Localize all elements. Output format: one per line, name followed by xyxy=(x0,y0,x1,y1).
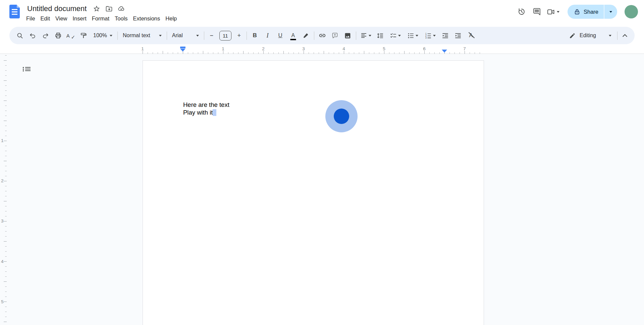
toolbar-divider xyxy=(204,31,204,40)
hide-menus-button[interactable] xyxy=(619,29,631,42)
ruler-label: 3 xyxy=(302,46,305,51)
toolbar-divider xyxy=(314,31,314,40)
toolbar-divider xyxy=(247,31,247,40)
right-indent-marker[interactable] xyxy=(442,49,447,53)
meet-call-control[interactable] xyxy=(547,8,559,16)
font-size-input[interactable]: 11 xyxy=(219,31,231,41)
menu-view[interactable]: View xyxy=(53,15,70,22)
share-options-button[interactable] xyxy=(604,5,617,19)
toolbar-divider xyxy=(117,31,118,40)
google-docs-logo-icon[interactable] xyxy=(9,5,20,18)
italic-button[interactable]: I xyxy=(261,29,274,42)
zoom-select[interactable]: 100% xyxy=(90,29,116,42)
right-indent-triangle xyxy=(442,50,447,53)
paragraph-styles-select[interactable]: Normal text xyxy=(119,29,165,42)
clear-formatting-button[interactable]: A xyxy=(465,29,477,42)
document-title[interactable]: Untitled document xyxy=(26,4,88,13)
move-folder-icon[interactable] xyxy=(105,5,113,12)
undo-button[interactable] xyxy=(26,29,39,42)
highlight-color-button[interactable] xyxy=(300,29,312,42)
search-menus-button[interactable] xyxy=(13,29,26,42)
version-history-icon[interactable] xyxy=(514,4,529,19)
vertical-ruler[interactable]: 1 2 3 4 5 xyxy=(0,54,7,325)
line-spacing-button[interactable] xyxy=(374,29,387,42)
spellcheck-letter: A xyxy=(66,33,70,39)
menu-bar: File Edit View Insert Format Tools Exten… xyxy=(23,14,179,23)
decrease-indent-button[interactable] xyxy=(439,29,452,42)
text-line-2[interactable]: Play with it xyxy=(183,109,213,116)
decrease-font-size-button[interactable]: − xyxy=(206,29,217,42)
menu-extensions[interactable]: Extensions xyxy=(130,15,163,22)
menu-insert[interactable]: Insert xyxy=(70,15,89,22)
share-main[interactable]: Share xyxy=(568,5,604,19)
redo-button[interactable] xyxy=(39,29,52,42)
share-label: Share xyxy=(584,9,598,15)
header-actions: Share xyxy=(514,4,638,19)
svg-text:3: 3 xyxy=(425,37,427,39)
clear-format-letter: A xyxy=(469,32,473,39)
menu-help[interactable]: Help xyxy=(163,15,179,22)
menu-file[interactable]: File xyxy=(23,15,38,22)
increase-font-size-button[interactable]: + xyxy=(233,29,245,42)
print-button[interactable] xyxy=(52,29,64,42)
ruler-label: 5 xyxy=(1,299,4,304)
left-indent-marker[interactable] xyxy=(180,47,185,52)
ruler-label: 4 xyxy=(342,46,345,51)
comments-icon[interactable] xyxy=(529,4,545,19)
chevron-down-icon xyxy=(433,35,436,37)
menu-edit[interactable]: Edit xyxy=(38,15,53,22)
chevron-down-icon xyxy=(196,35,199,37)
checklist-button[interactable] xyxy=(387,29,404,42)
chevron-down-icon xyxy=(609,35,611,37)
ruler-label: 1 xyxy=(1,138,4,143)
share-button[interactable]: Share xyxy=(568,5,617,19)
cloud-save-status-icon[interactable] xyxy=(118,5,125,12)
ruler-label: 6 xyxy=(423,46,426,51)
chevron-down-icon xyxy=(159,35,162,37)
docs-logo-lines xyxy=(12,9,17,15)
ruler-label: 1 xyxy=(222,46,224,51)
text-color-letter: A xyxy=(291,33,295,38)
zoom-value: 100% xyxy=(93,32,107,39)
insert-image-button[interactable] xyxy=(341,29,354,42)
left-indent-triangle xyxy=(180,49,185,52)
increase-indent-button[interactable] xyxy=(452,29,465,42)
chevron-down-icon xyxy=(557,11,559,13)
bold-button[interactable]: B xyxy=(249,29,261,42)
chevron-down-icon xyxy=(609,11,612,13)
menu-tools[interactable]: Tools xyxy=(112,15,130,22)
chevron-down-icon xyxy=(416,35,418,37)
chevron-down-icon xyxy=(398,35,401,37)
underline-button[interactable]: U xyxy=(274,29,287,42)
menu-format[interactable]: Format xyxy=(89,15,112,22)
pencil-icon xyxy=(569,32,576,39)
paint-format-button[interactable] xyxy=(77,29,90,42)
show-document-outline-button[interactable] xyxy=(19,62,34,76)
bulleted-list-button[interactable] xyxy=(404,29,422,42)
ruler-label: 5 xyxy=(383,46,385,51)
numbered-list-button[interactable]: 123 xyxy=(422,29,439,42)
first-line-indent-marker[interactable] xyxy=(180,47,185,48)
ruler-label: 1 xyxy=(141,46,144,51)
text-color-button[interactable]: A xyxy=(287,29,300,42)
document-page[interactable]: Here are the textPlay with it xyxy=(143,60,484,325)
chevron-down-icon xyxy=(369,35,371,37)
align-button[interactable] xyxy=(358,29,374,42)
click-indicator xyxy=(325,100,358,132)
click-indicator-center xyxy=(334,109,349,124)
insert-link-button[interactable] xyxy=(316,29,329,42)
document-text[interactable]: Here are the textPlay with it xyxy=(183,101,229,116)
font-family-select[interactable]: Arial xyxy=(169,29,202,42)
spell-check-button[interactable]: A ✓ xyxy=(64,29,77,42)
account-avatar[interactable] xyxy=(625,5,638,18)
horizontal-ruler[interactable]: 1 1 2 3 4 5 6 7 xyxy=(143,46,485,54)
text-line-1[interactable]: Here are the text xyxy=(183,101,229,108)
chevron-up-icon xyxy=(623,34,627,39)
add-comment-button[interactable] xyxy=(329,29,341,42)
star-icon[interactable] xyxy=(93,5,100,12)
editing-mode-select[interactable]: Editing xyxy=(565,29,615,42)
ruler-label: 4 xyxy=(1,259,4,264)
ruler-label: 7 xyxy=(463,46,466,51)
lock-icon xyxy=(574,8,581,15)
ruler-label: 2 xyxy=(1,178,4,183)
